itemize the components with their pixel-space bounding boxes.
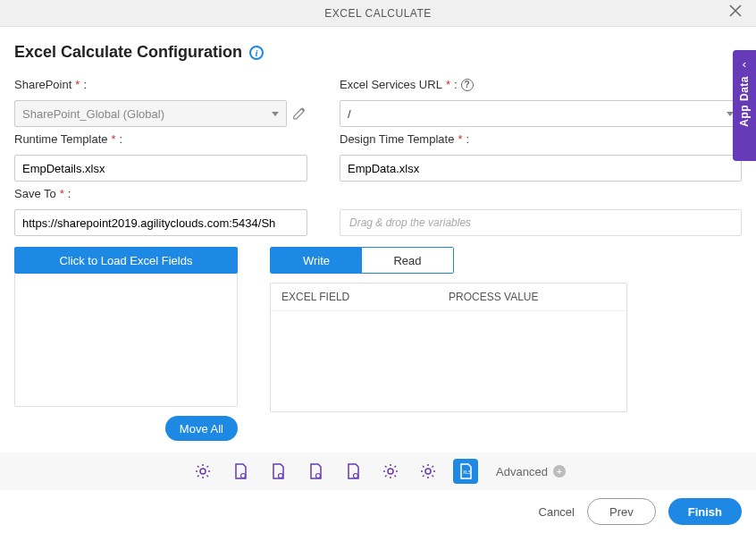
svg-point-4	[354, 474, 358, 478]
excel-url-label: Excel Services URL *: ?	[340, 78, 742, 91]
mapping-table: EXCEL FIELD PROCESS VALUE	[270, 283, 627, 412]
file-gear-icon-2[interactable]	[265, 459, 290, 484]
app-data-tab[interactable]: ‹ App Data	[733, 50, 756, 161]
main-content: Excel Calculate Configuration i SharePoi…	[0, 27, 756, 441]
sharepoint-label: SharePoint *:	[14, 78, 307, 91]
runtime-template-input[interactable]	[14, 155, 307, 182]
svg-point-5	[388, 469, 393, 474]
svg-point-6	[425, 469, 431, 474]
file-gear-icon-4[interactable]	[340, 459, 365, 484]
read-tab[interactable]: Read	[362, 248, 453, 273]
edit-icon[interactable]	[292, 106, 307, 122]
excel-url-label-text: Excel Services URL	[340, 78, 442, 91]
save-to-label: Save To *:	[14, 187, 307, 200]
svg-point-0	[200, 469, 206, 474]
info-icon[interactable]: i	[249, 46, 264, 60]
gear-icon[interactable]	[190, 459, 215, 484]
col-excel-field: EXCEL FIELD	[281, 291, 449, 303]
save-to-label-text: Save To	[14, 187, 56, 200]
design-template-field[interactable]	[348, 162, 734, 175]
required-mark: *	[446, 78, 450, 91]
chevron-left-icon: ‹	[743, 57, 746, 71]
save-to-field[interactable]	[22, 216, 299, 230]
load-fields-panel: Click to Load Excel Fields Move All	[14, 247, 238, 441]
close-icon[interactable]	[729, 4, 747, 22]
svg-point-2	[279, 474, 283, 478]
write-tab[interactable]: Write	[271, 248, 362, 273]
col-process-value: PROCESS VALUE	[449, 291, 616, 303]
colon: :	[83, 78, 87, 91]
file-gear-icon-3[interactable]	[303, 459, 328, 484]
chevron-down-icon	[272, 112, 279, 116]
sharepoint-value: SharePoint_Global (Global)	[22, 107, 164, 121]
drag-drop-area[interactable]: Drag & drop the variables	[340, 209, 742, 236]
required-mark: *	[458, 132, 462, 146]
colon: :	[466, 132, 469, 146]
page-title: Excel Calculate Configuration	[14, 43, 242, 62]
plus-icon: +	[553, 465, 566, 478]
sharepoint-select[interactable]: SharePoint_Global (Global)	[14, 100, 287, 127]
design-template-label-text: Design Time Template	[340, 132, 454, 146]
required-mark: *	[75, 78, 80, 91]
design-template-input[interactable]	[340, 155, 742, 182]
cancel-button[interactable]: Cancel	[539, 505, 575, 519]
runtime-template-field[interactable]	[22, 162, 299, 175]
colon: :	[454, 78, 458, 91]
svg-point-1	[241, 474, 246, 478]
footer: Cancel Prev Finish	[0, 490, 756, 533]
colon: :	[120, 132, 123, 146]
window-title: EXCEL CALCULATE	[324, 7, 432, 20]
mapping-panel: Write Read EXCEL FIELD PROCESS VALUE	[270, 247, 742, 441]
gear-icon-3[interactable]	[416, 459, 441, 484]
advanced-label: Advanced	[496, 465, 548, 478]
finish-button[interactable]: Finish	[668, 498, 742, 525]
move-all-button[interactable]: Move All	[165, 416, 238, 441]
prev-button[interactable]: Prev	[587, 498, 656, 525]
runtime-template-label-text: Runtime Template	[14, 132, 108, 146]
load-excel-fields-button[interactable]: Click to Load Excel Fields	[14, 247, 238, 274]
read-write-toggle: Write Read	[270, 247, 454, 274]
svg-point-3	[316, 474, 321, 478]
drag-drop-placeholder: Drag & drop the variables	[349, 216, 471, 229]
excel-fields-list	[14, 273, 238, 407]
excel-url-value: /	[348, 107, 351, 121]
sharepoint-label-text: SharePoint	[14, 78, 71, 91]
required-mark: *	[60, 187, 64, 200]
design-template-label: Design Time Template *:	[340, 132, 742, 146]
file-gear-icon[interactable]	[228, 459, 253, 484]
gear-icon-2[interactable]	[378, 459, 403, 484]
advanced-link[interactable]: Advanced +	[496, 465, 566, 478]
required-mark: *	[112, 132, 116, 146]
runtime-template-label: Runtime Template *:	[14, 132, 307, 146]
help-icon[interactable]: ?	[461, 79, 474, 91]
colon: :	[68, 187, 71, 200]
save-to-input[interactable]	[14, 209, 307, 236]
titlebar: EXCEL CALCULATE	[0, 0, 756, 27]
excel-services-url-select[interactable]: /	[340, 100, 742, 127]
svg-text:XLS: XLS	[463, 470, 472, 475]
app-data-label: App Data	[738, 76, 751, 127]
xls-file-icon[interactable]: XLS	[453, 459, 478, 484]
bottom-toolbar: XLS Advanced +	[0, 453, 756, 490]
